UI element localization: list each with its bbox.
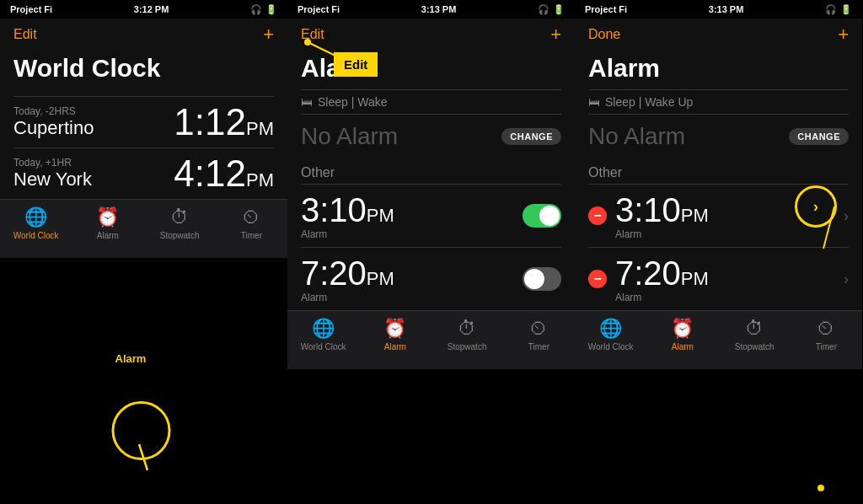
delete-alarm-2[interactable]: − bbox=[588, 270, 607, 288]
globe-icon-1: 🌐 bbox=[24, 206, 47, 228]
tab-label-alarm-1: Alarm bbox=[97, 231, 119, 240]
add-button-3[interactable]: + bbox=[838, 24, 849, 46]
panel-alarm: Project Fi 3:13 PM 🎧 🔋 Edit + Alarm 🛏 Sl… bbox=[287, 0, 575, 504]
status-bar-2: Project Fi 3:13 PM 🎧 🔋 bbox=[287, 0, 575, 19]
tab-label-stopwatch-1: Stopwatch bbox=[160, 231, 200, 240]
tab-stopwatch-2[interactable]: ⏱ Stopwatch bbox=[432, 318, 503, 351]
newyork-time-value: 4:12 bbox=[174, 153, 246, 194]
newyork-ampm: PM bbox=[246, 169, 274, 190]
tab-timer-2[interactable]: ⏲ Timer bbox=[503, 318, 575, 351]
headphone-icon-3: 🎧 bbox=[825, 4, 837, 15]
tab-bar-2: 🌐 World Clock ⏰ Alarm ⏱ Stopwatch ⏲ Time… bbox=[287, 310, 575, 369]
tab-stopwatch-3[interactable]: ⏱ Stopwatch bbox=[719, 318, 791, 351]
add-button-1[interactable]: + bbox=[263, 24, 274, 46]
alarm-row-2: 7:20PM Alarm bbox=[301, 247, 561, 310]
cupertino-city: Cupertino bbox=[13, 117, 94, 139]
headphone-icon: 🎧 bbox=[250, 4, 262, 15]
battery-icon: 🔋 bbox=[265, 4, 277, 15]
nav-bar-1: Edit + bbox=[0, 19, 287, 51]
edit-annotation-box: Edit bbox=[334, 52, 378, 77]
done-button-3[interactable]: Done bbox=[588, 27, 620, 42]
sleep-wake-row-3: 🛏 Sleep | Wake Up bbox=[588, 89, 849, 115]
nav-bar-3: Done + bbox=[575, 19, 862, 51]
status-carrier-1: Project Fi bbox=[10, 4, 52, 14]
alarm-edit-time-2: 7:20PM bbox=[615, 255, 835, 292]
other-label-3: Other bbox=[588, 158, 849, 184]
add-button-2[interactable]: + bbox=[550, 24, 561, 46]
tab-alarm-3[interactable]: ⏰ Alarm bbox=[646, 318, 718, 351]
tab-world-clock-3[interactable]: 🌐 World Clock bbox=[575, 318, 646, 351]
globe-icon-3: 🌐 bbox=[599, 318, 622, 340]
status-time-3: 3:13 PM bbox=[709, 4, 744, 14]
chevron-icon-1: › bbox=[844, 207, 849, 225]
alarm-edit-sub-1: Alarm bbox=[615, 228, 835, 240]
tab-alarm-1[interactable]: ⏰ Alarm bbox=[72, 206, 143, 240]
cupertino-sub: Today, -2HRS bbox=[13, 105, 94, 117]
edit-button-1[interactable]: Edit bbox=[13, 27, 37, 42]
chevron-icon-2: › bbox=[844, 271, 849, 288]
alarm-content: Alarm 🛏 Sleep | Wake No Alarm CHANGE Oth… bbox=[287, 51, 575, 310]
tab-label-world-clock-2: World Clock bbox=[301, 342, 346, 351]
tab-label-timer-1: Timer bbox=[241, 231, 262, 240]
timer-icon-1: ⏲ bbox=[242, 206, 260, 228]
tab-world-clock-2[interactable]: 🌐 World Clock bbox=[287, 318, 359, 351]
alarm-icon-2: ⏰ bbox=[383, 318, 406, 340]
globe-icon-2: 🌐 bbox=[312, 318, 335, 340]
world-clock-content: World Clock Today, -2HRS Cupertino 1:12P… bbox=[0, 51, 287, 199]
status-bar-3: Project Fi 3:13 PM 🎧 🔋 bbox=[575, 0, 862, 19]
alarm-circle-annotation bbox=[111, 401, 170, 460]
newyork-time: 4:12PM bbox=[174, 155, 274, 192]
cupertino-time-value: 1:12 bbox=[174, 101, 246, 142]
status-time-1: 3:12 PM bbox=[134, 4, 169, 14]
sleep-label-3: Sleep | Wake Up bbox=[605, 95, 693, 109]
stopwatch-icon-2: ⏱ bbox=[458, 318, 476, 340]
alarm-title-3: Alarm bbox=[588, 51, 849, 83]
headphone-icon-2: 🎧 bbox=[538, 4, 549, 15]
alarm-time-2: 7:20PM bbox=[301, 255, 394, 292]
cupertino-time: 1:12PM bbox=[174, 104, 274, 141]
tab-bar-1: 🌐 World Clock ⏰ Alarm ⏱ Stopwatch ⏲ Time… bbox=[0, 199, 287, 258]
tab-timer-3[interactable]: ⏲ Timer bbox=[791, 318, 862, 351]
no-alarm-text-3: No Alarm bbox=[588, 123, 685, 150]
tab-label-alarm-2: Alarm bbox=[384, 342, 406, 351]
bed-icon-2: 🛏 bbox=[301, 95, 313, 109]
status-bar-1: Project Fi 3:12 PM 🎧 🔋 bbox=[0, 0, 287, 19]
tab-label-stopwatch-3: Stopwatch bbox=[735, 342, 775, 351]
panel-alarm-edit: Project Fi 3:13 PM 🎧 🔋 Done + Alarm 🛏 Sl… bbox=[575, 0, 862, 504]
toggle-alarm-1[interactable] bbox=[523, 204, 561, 228]
tab-label-timer-3: Timer bbox=[816, 342, 837, 351]
tab-timer-1[interactable]: ⏲ Timer bbox=[216, 206, 287, 240]
no-alarm-row-3: No Alarm CHANGE bbox=[588, 115, 849, 158]
chevron-dot-annotation bbox=[817, 485, 824, 491]
tab-alarm-2[interactable]: ⏰ Alarm bbox=[359, 318, 431, 351]
tab-label-timer-2: Timer bbox=[528, 342, 549, 351]
alarm-icon-3: ⏰ bbox=[671, 318, 694, 340]
tab-bar-3: 🌐 World Clock ⏰ Alarm ⏱ Stopwatch ⏲ Time… bbox=[575, 310, 862, 369]
tab-stopwatch-1[interactable]: ⏱ Stopwatch bbox=[144, 206, 216, 240]
stopwatch-icon-1: ⏱ bbox=[170, 206, 189, 228]
svg-line-0 bbox=[139, 444, 147, 470]
alarm-edit-time-1: 3:10PM bbox=[615, 191, 835, 228]
clock-item-cupertino: Today, -2HRS Cupertino 1:12PM bbox=[13, 96, 274, 147]
change-button-2[interactable]: CHANGE bbox=[501, 128, 561, 145]
tab-label-stopwatch-2: Stopwatch bbox=[448, 342, 487, 351]
timer-icon-2: ⏲ bbox=[529, 318, 548, 340]
no-alarm-text-2: No Alarm bbox=[301, 123, 398, 150]
alarm-sub-1: Alarm bbox=[301, 228, 394, 240]
tab-world-clock-1[interactable]: 🌐 World Clock bbox=[0, 206, 72, 240]
alarm-sub-2: Alarm bbox=[301, 292, 394, 303]
delete-alarm-1[interactable]: − bbox=[588, 206, 607, 225]
svg-text:Alarm: Alarm bbox=[115, 352, 147, 365]
toggle-knob-1 bbox=[539, 206, 560, 226]
alarm-edit-row-2: − 7:20PM Alarm › bbox=[588, 247, 849, 310]
status-carrier-3: Project Fi bbox=[585, 4, 627, 14]
change-button-3[interactable]: CHANGE bbox=[789, 128, 849, 145]
nav-bar-2: Edit + bbox=[287, 19, 575, 51]
toggle-alarm-2[interactable] bbox=[523, 267, 561, 291]
tab-label-alarm-3: Alarm bbox=[672, 342, 694, 351]
status-carrier-2: Project Fi bbox=[297, 4, 340, 14]
panel-world-clock: Project Fi 3:12 PM 🎧 🔋 Edit + World Cloc… bbox=[0, 0, 287, 504]
bed-icon-3: 🛏 bbox=[588, 95, 600, 109]
cupertino-ampm: PM bbox=[246, 118, 274, 139]
stopwatch-icon-3: ⏱ bbox=[745, 318, 764, 340]
